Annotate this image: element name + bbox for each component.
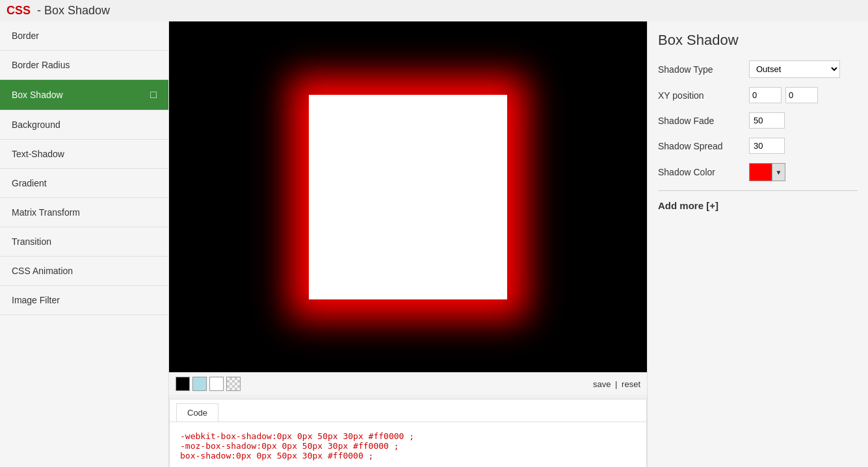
bg-swatches — [176, 377, 241, 391]
sidebar-item-border-radius[interactable]: Border Radius — [0, 51, 168, 80]
sidebar-item-background[interactable]: Background — [0, 110, 168, 140]
code-line-plain: box-shadow:0px 0px 50px 30px #ff0000 ; — [180, 451, 636, 461]
panel-divider — [658, 190, 858, 191]
xy-x-input[interactable] — [749, 87, 782, 103]
xy-position-control — [749, 87, 858, 103]
code-webkit-prop: -webkit-box-shadow: — [180, 431, 277, 441]
save-reset: save | reset — [593, 379, 640, 389]
swatch-black[interactable] — [176, 377, 190, 391]
title-rest: - Box Shadow — [37, 0, 110, 21]
sidebar: Border Border Radius Box Shadow □ Backgr… — [0, 21, 169, 467]
sidebar-item-box-shadow-label: Box Shadow — [12, 90, 63, 100]
shadow-color-box[interactable] — [749, 163, 772, 181]
sidebar-item-transition[interactable]: Transition — [0, 227, 168, 257]
code-plain-prop: box-shadow: — [180, 451, 236, 461]
shadow-color-control: ▼ — [749, 163, 858, 181]
shadow-type-select[interactable]: Outset Inset — [749, 60, 840, 78]
shadow-color-label: Shadow Color — [658, 167, 749, 177]
title-css: CSS — [0, 0, 37, 21]
sidebar-item-css-animation[interactable]: CSS Animation — [0, 257, 168, 286]
swatch-lightblue[interactable] — [192, 377, 207, 391]
reset-link[interactable]: reset — [622, 379, 640, 389]
swatch-checker[interactable] — [226, 377, 241, 391]
shadow-type-label: Shadow Type — [658, 64, 749, 75]
shadow-fade-row: Shadow Fade — [658, 112, 858, 129]
code-plain-val: 0px 0px 50px 30px #ff0000 ; — [236, 451, 373, 461]
shadow-type-row: Shadow Type Outset Inset — [658, 60, 858, 78]
shadow-color-row: Shadow Color ▼ — [658, 163, 858, 181]
code-moz-prop: -moz-box-shadow: — [180, 441, 261, 451]
sidebar-item-image-filter[interactable]: Image Filter — [0, 286, 168, 315]
shadow-fade-control — [749, 112, 858, 129]
color-dropdown-button[interactable]: ▼ — [772, 163, 785, 181]
code-line-moz: -moz-box-shadow:0px 0px 50px 30px #ff000… — [180, 441, 636, 451]
code-webkit-val: 0px 0px 50px 30px #ff0000 ; — [277, 431, 414, 441]
page-title: CSS - Box Shadow — [0, 0, 868, 21]
sidebar-item-matrix-transform[interactable]: Matrix Transform — [0, 198, 168, 227]
panel-title: Box Shadow — [658, 32, 858, 49]
shadow-spread-input[interactable] — [749, 138, 785, 154]
right-panel: Box Shadow Shadow Type Outset Inset XY p… — [647, 21, 868, 467]
separator: | — [615, 379, 617, 389]
sidebar-item-box-shadow[interactable]: Box Shadow □ — [0, 80, 168, 110]
code-section: Code -webkit-box-shadow:0px 0px 50px 30p… — [169, 399, 647, 467]
shadow-fade-label: Shadow Fade — [658, 116, 749, 126]
shadow-type-control: Outset Inset — [749, 60, 858, 78]
code-line-webkit: -webkit-box-shadow:0px 0px 50px 30px #ff… — [180, 431, 636, 441]
shadow-fade-input[interactable] — [749, 112, 785, 129]
xy-position-label: XY position — [658, 90, 749, 101]
code-body: -webkit-box-shadow:0px 0px 50px 30px #ff… — [170, 422, 646, 467]
sidebar-item-text-shadow[interactable]: Text-Shadow — [0, 140, 168, 169]
preview-box — [309, 95, 507, 299]
shadow-spread-label: Shadow Spread — [658, 141, 749, 151]
canvas-toolbar: save | reset — [169, 372, 647, 395]
xy-position-row: XY position — [658, 87, 858, 103]
shadow-spread-control — [749, 138, 858, 154]
save-link[interactable]: save — [593, 379, 611, 389]
shadow-spread-row: Shadow Spread — [658, 138, 858, 154]
swatch-white[interactable] — [209, 377, 224, 391]
sidebar-item-border[interactable]: Border — [0, 21, 168, 51]
center-area: save | reset Code -webkit-box-shadow:0px… — [169, 21, 647, 467]
sidebar-item-gradient[interactable]: Gradient — [0, 169, 168, 198]
copy-icon: □ — [150, 89, 157, 101]
code-moz-val: 0px 0px 50px 30px #ff0000 ; — [261, 441, 399, 451]
add-more-button[interactable]: Add more [+] — [658, 200, 858, 211]
xy-y-input[interactable] — [785, 87, 818, 103]
code-tab[interactable]: Code — [176, 403, 218, 422]
preview-canvas — [169, 21, 647, 372]
